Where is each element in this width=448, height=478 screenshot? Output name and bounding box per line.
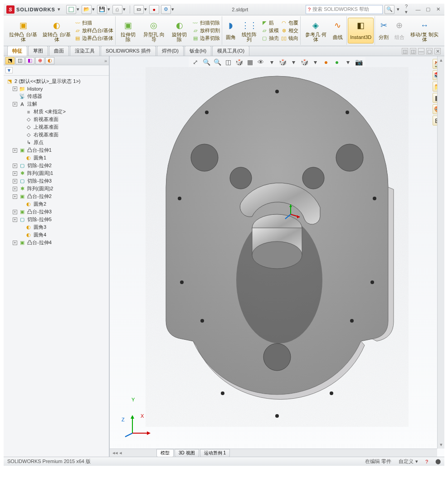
qa-save[interactable]: 💾▾ (97, 5, 111, 14)
btab-motion[interactable]: 运动算例 1 (200, 449, 230, 457)
scene-icon[interactable]: 🎲 (278, 58, 287, 66)
app-menu-dropdown[interactable]: ▾ (57, 6, 61, 12)
cut-extrude-button[interactable]: ▣拉伸切 除 (117, 18, 140, 43)
hide-show-icon[interactable]: 👁 (257, 58, 265, 66)
tree-item[interactable]: ◇上视基准面 (5, 123, 108, 131)
tab-sheetmetal[interactable]: 钣金(H) (185, 46, 211, 56)
tree-item[interactable]: +▢切除-拉伸5 (5, 216, 108, 223)
tab-mold[interactable]: 模具工具(O) (212, 46, 249, 56)
view-orient-icon[interactable]: 🎲 (235, 58, 243, 66)
filter-icon[interactable]: ▼ (5, 67, 13, 73)
help-search[interactable]: ? 搜索 SOLIDWORKS 帮助 (306, 5, 383, 14)
qa-new[interactable]: ▾ (66, 5, 80, 14)
draft-button[interactable]: ▱拔模 (261, 27, 279, 34)
qa-options[interactable]: ⚙▾ (161, 5, 175, 14)
split-button[interactable]: ✂分割 (376, 18, 391, 43)
tree-item[interactable]: ≡材质 <未指定> (5, 108, 108, 116)
fillet-button[interactable]: ◗圆角 (223, 18, 239, 43)
section-view-icon[interactable]: ◫ (224, 58, 232, 66)
minimize-button[interactable]: — (414, 6, 422, 13)
panel-collapse[interactable]: » (104, 58, 107, 63)
fm-tab-property[interactable]: ◫ (15, 57, 24, 64)
fm-tab-config[interactable]: ◧ (25, 57, 34, 64)
view-settings-icon[interactable]: 🎲 (300, 58, 308, 66)
doc-restore[interactable]: ▢ (426, 48, 433, 54)
doc-icon1[interactable]: ◫ (402, 48, 408, 54)
doc-close[interactable]: ✕ (434, 48, 441, 54)
intersect-button[interactable]: ⊗相交 (281, 27, 298, 34)
appearance2-icon[interactable]: ● (333, 58, 341, 66)
tree-item[interactable]: +▢切除-拉伸2 (5, 162, 108, 169)
status-stop-icon[interactable]: ⬤ (435, 459, 441, 464)
tree-item[interactable]: ◇右视基准面 (5, 131, 108, 139)
boundary-button[interactable]: ▤边界凸台/基体 (74, 35, 113, 42)
fm-tab-feature[interactable]: ⬔ (5, 57, 15, 64)
qa-print[interactable]: ⎙▾ (112, 5, 126, 14)
btab-3dview[interactable]: 3D 视图 (175, 449, 199, 457)
tree-item[interactable]: +✱阵列(圆周)1 (5, 169, 108, 177)
mirror-button[interactable]: ▯▯镜向 (281, 35, 298, 42)
tree-item[interactable]: +✱阵列(圆周)2 (5, 185, 108, 193)
tree-item[interactable]: ◐圆角4 (5, 231, 108, 239)
shell-button[interactable]: ▢抽壳 (261, 35, 279, 42)
help-dropdown[interactable]: ? ▾ (404, 6, 412, 13)
linear-pattern-button[interactable]: ⋮⋮线性阵 列 (239, 18, 260, 43)
tab-sketch[interactable]: 草图 (28, 46, 48, 56)
zoom-fit-icon[interactable]: ⤢ (191, 58, 200, 66)
cut-loft-button[interactable]: ▱放样切割 (192, 27, 220, 34)
appearance-icon[interactable]: ● (322, 58, 330, 66)
tab-surface[interactable]: 曲面 (49, 46, 69, 56)
sweep-button[interactable]: 〰扫描 (74, 19, 113, 26)
status-custom[interactable]: 自定义 ▾ (399, 458, 418, 465)
btab-model[interactable]: 模型 (156, 449, 174, 457)
wrap-button[interactable]: ◠包覆 (281, 19, 298, 26)
doc-minimize[interactable]: — (418, 48, 424, 54)
close-button[interactable]: ✕ (434, 6, 442, 13)
tree-item[interactable]: 📡传感器 (5, 92, 108, 100)
tab-nav-left[interactable]: ◂◂ ◂ (110, 450, 125, 456)
maximize-button[interactable]: ▢ (424, 6, 432, 13)
tab-render[interactable]: 渲染工具 (70, 46, 100, 56)
tree-root[interactable]: ⬔2 (默认<<默认>_显示状态 1>) (5, 77, 108, 85)
curve-button[interactable]: ∿曲线 (330, 18, 346, 43)
extrude-boss-button[interactable]: ▣拉伸凸 台/基体 (6, 18, 40, 43)
display-style-icon[interactable]: ▦ (246, 58, 254, 66)
tab-features[interactable]: 特征 (7, 46, 27, 56)
tree-item[interactable]: +A注解 (5, 100, 108, 108)
qa-select[interactable]: ▭▾ (134, 5, 147, 14)
tree-item[interactable]: ◐圆角2 (5, 200, 108, 208)
hole-wizard-button[interactable]: ◎异型孔 向导 (140, 18, 168, 43)
move-copy-button[interactable]: ↔移动/复 制实体 (407, 18, 442, 43)
tab-weldment[interactable]: 焊件(D) (157, 46, 184, 56)
graphics-viewport[interactable]: ⤢ 🔍 🔍 ◫ 🎲 ▦ 👁 ▾ 🎲 ▾ 🎲 ▾ ● ● ▾ 📷 🏠 📚 📁 ▦ … (110, 56, 444, 457)
fm-tab-display[interactable]: ◐ (45, 57, 54, 64)
tree-item[interactable]: +▢切除-拉伸3 (5, 177, 108, 185)
fm-tab-dim[interactable]: ⊕ (35, 57, 44, 64)
rib-button[interactable]: ◤筋 (261, 19, 279, 26)
prev-view-icon[interactable]: 🔍 (213, 58, 221, 66)
tree-item[interactable]: +▣凸台-拉伸2 (5, 193, 108, 200)
loft-button[interactable]: ▱放样凸台/基体 (74, 27, 113, 34)
feature-tree[interactable]: ⬔2 (默认<<默认>_显示状态 1>) +📁History📡传感器+A注解≡材… (4, 76, 109, 457)
scrollbar-vertical[interactable]: ▴▾ (437, 56, 444, 449)
tree-item[interactable]: ↳原点 (5, 139, 108, 146)
cut-revolve-button[interactable]: ◐旋转切 除 (168, 18, 191, 43)
snapshot-icon[interactable]: 📷 (355, 58, 363, 66)
tree-item[interactable]: +📁History (5, 85, 108, 92)
doc-icon2[interactable]: ◫ (410, 48, 416, 54)
revolve-boss-button[interactable]: ◐旋转凸 台/基体 (40, 18, 73, 43)
tree-item[interactable]: ◐圆角1 (5, 154, 108, 162)
instant3d-button[interactable]: ◧Instant3D (348, 18, 374, 43)
combine-button[interactable]: ⊕组合 (392, 18, 407, 43)
zoom-area-icon[interactable]: 🔍 (202, 58, 210, 66)
tab-addins[interactable]: SOLIDWORKS 插件 (101, 46, 156, 56)
tree-item[interactable]: ◐圆角3 (5, 223, 108, 231)
tree-item[interactable]: ◇前视基准面 (5, 116, 108, 123)
qa-rebuild[interactable]: ● (149, 5, 159, 14)
qa-open[interactable]: 📂▾ (82, 5, 95, 14)
cut-boundary-button[interactable]: ▤边界切除 (192, 35, 220, 42)
tree-item[interactable]: +▣凸台-拉伸3 (5, 208, 108, 216)
tree-item[interactable]: +▣凸台-拉伸1 (5, 146, 108, 154)
tree-item[interactable]: +▣凸台-拉伸4 (5, 239, 108, 246)
refgeo-button[interactable]: ◈参考几 何体 (302, 18, 330, 43)
